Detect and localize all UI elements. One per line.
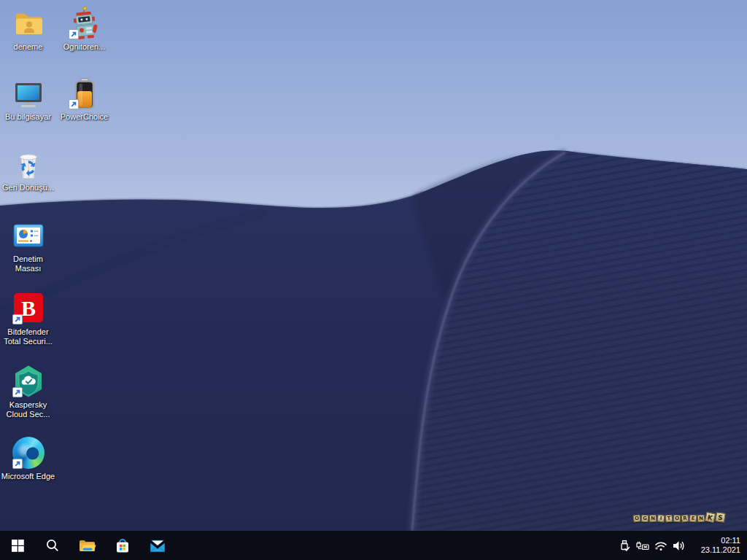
shortcut-arrow-icon <box>12 459 23 469</box>
mail-icon <box>149 538 166 553</box>
watermark-tile: T <box>665 515 673 523</box>
windows-logo-icon <box>12 540 24 552</box>
search-button[interactable] <box>35 531 70 560</box>
desktop: deneme <box>0 0 747 560</box>
shortcut-arrow-icon <box>69 99 79 109</box>
svg-text:B: B <box>20 296 35 320</box>
shortcut-arrow-icon <box>12 314 23 324</box>
watermark-tile: O <box>633 515 641 523</box>
icon-label: Denetim Masası <box>1 254 56 273</box>
taskbar: * 02:11 23.11.2021 <box>0 531 747 560</box>
icon-label: deneme <box>14 42 43 52</box>
shortcut-arrow-icon <box>12 387 23 397</box>
control-panel-icon <box>11 218 46 253</box>
desktop-icon-control-panel[interactable]: Denetim Masası <box>0 218 56 273</box>
wifi-icon[interactable]: * <box>651 531 670 560</box>
desktop-icon-deneme[interactable]: deneme <box>0 6 56 52</box>
mail-button[interactable] <box>140 531 175 560</box>
desktop-icon-kaspersky[interactable]: Kaspersky Cloud Sec... <box>0 364 56 419</box>
watermark-tile: N <box>697 515 705 523</box>
taskbar-clock[interactable]: 02:11 23.11.2021 <box>688 536 747 555</box>
file-explorer-icon <box>79 538 96 553</box>
this-pc-monitor-icon <box>11 76 46 111</box>
icon-label: Geri Dönüşü... <box>2 183 54 192</box>
icon-label: Microsoft Edge <box>1 472 55 481</box>
start-button[interactable] <box>0 531 35 560</box>
watermark-tile: R <box>681 514 689 522</box>
desktop-icon-recycle-bin[interactable]: Geri Dönüşü... <box>0 147 56 192</box>
desktop-icon-powerchoice[interactable]: PowerChoice <box>56 76 112 122</box>
watermark-tile: E <box>689 515 697 523</box>
search-icon <box>46 539 59 552</box>
watermark-tile: I <box>657 515 665 523</box>
file-explorer-button[interactable] <box>70 531 105 560</box>
volume-icon[interactable] <box>670 531 688 560</box>
shortcut-arrow-icon <box>69 29 79 39</box>
store-icon <box>114 537 131 553</box>
watermark-tile: K <box>705 512 716 523</box>
taskbar-empty-area <box>175 531 615 560</box>
icon-label: Ognitoren... <box>63 42 105 52</box>
desktop-icon-ognitoren[interactable]: Ognitoren... <box>56 6 112 52</box>
watermark-tile: G <box>641 515 649 523</box>
desktop-icon-bu-bilgisayar[interactable]: Bu bilgisayar <box>0 76 56 122</box>
usb-safely-remove-icon[interactable] <box>615 531 633 560</box>
desktop-icon-edge[interactable]: Microsoft Edge <box>0 435 56 481</box>
watermark-tile: N <box>649 515 657 523</box>
store-button[interactable] <box>105 531 140 560</box>
svg-text:*: * <box>655 546 658 552</box>
clock-time: 02:11 <box>688 536 740 545</box>
clock-date: 23.11.2021 <box>688 545 740 555</box>
watermark-tile: O <box>673 515 681 523</box>
icon-label: Kaspersky Cloud Sec... <box>1 400 56 419</box>
icon-label: Bitdefender Total Securi... <box>1 327 56 346</box>
icon-label: Bu bilgisayar <box>5 112 51 122</box>
recycle-bin-icon <box>11 147 46 182</box>
icon-label: PowerChoice <box>61 112 108 122</box>
user-folder-icon <box>11 6 46 41</box>
ethernet-disconnected-icon[interactable] <box>633 531 651 560</box>
watermark-tiles: OGNITORENKS <box>633 513 725 522</box>
system-tray: * 02:11 23.11.2021 <box>615 531 747 560</box>
watermark-tile: S <box>715 512 726 523</box>
desktop-icon-bitdefender[interactable]: B Bitdefender Total Securi... <box>0 291 56 346</box>
